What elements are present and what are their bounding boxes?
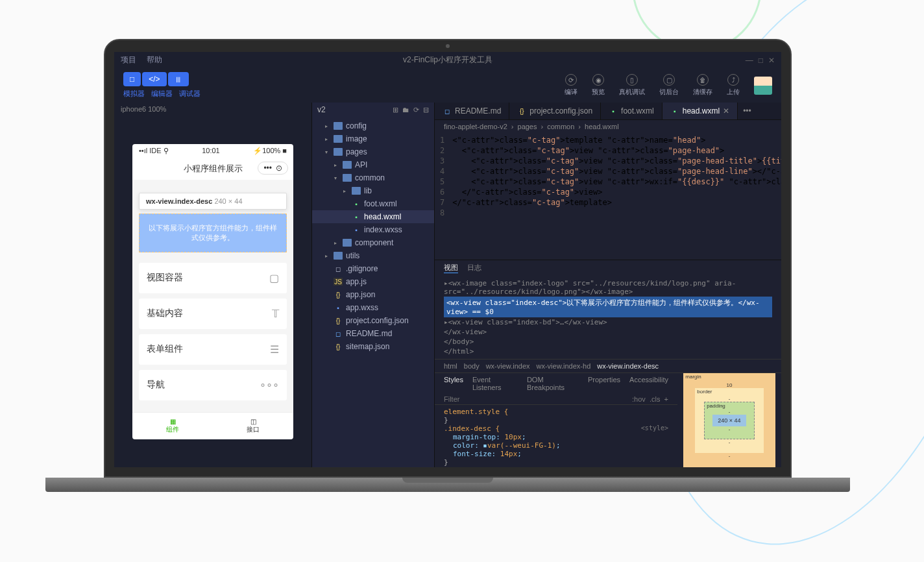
file-icon: ◻ xyxy=(334,265,343,273)
breadcrumb[interactable]: fino-applet-demo-v2›pages›common›head.wx… xyxy=(435,120,781,133)
list-item[interactable]: 视图容器▢ xyxy=(139,263,287,293)
tab-projectconfig[interactable]: {}project.config.json xyxy=(509,103,601,119)
tab-head[interactable]: ▪head.wxml✕ xyxy=(663,103,738,119)
list-item[interactable]: 导航∘∘∘ xyxy=(139,370,287,400)
tab-components[interactable]: ▦组件 xyxy=(132,413,213,439)
clear-cache-button[interactable]: 🗑清缓存 xyxy=(693,74,712,97)
elements-tree[interactable]: ▸<wx-image class="index-logo" src="../re… xyxy=(435,276,781,359)
tab-readme[interactable]: ◻README.md xyxy=(435,103,509,119)
selected-element[interactable]: <wx-view class="index-desc">以下将展示小程序官方组件… xyxy=(444,297,772,317)
tree-file-appwxss[interactable]: ▪app.wxss xyxy=(312,301,434,314)
menu-help[interactable]: 帮助 xyxy=(147,55,162,66)
phone-icon: ▯ xyxy=(626,74,638,86)
json-icon: {} xyxy=(334,317,343,324)
tree-file-projectconfig[interactable]: {}project.config.json xyxy=(312,314,434,327)
compile-button[interactable]: ⟳编译 xyxy=(565,74,578,97)
tree-folder-pages[interactable]: ▾pages xyxy=(312,145,434,158)
dom-breakpoints-tab[interactable]: DOM Breakpoints xyxy=(527,376,579,391)
menu-project[interactable]: 项目 xyxy=(121,55,136,66)
upload-button[interactable]: ⤴上传 xyxy=(727,74,740,97)
element-breadcrumb[interactable]: htmlbodywx-view.indexwx-view.index-hdwx-… xyxy=(435,359,781,373)
project-root[interactable]: v2 xyxy=(317,105,326,114)
maximize-icon[interactable]: □ xyxy=(759,56,763,65)
minimize-icon[interactable]: — xyxy=(746,56,753,65)
tree-file-sitemap[interactable]: {}sitemap.json xyxy=(312,340,434,353)
line-gutter: 12345678 xyxy=(435,133,452,260)
remote-debug-button[interactable]: ▯真机调试 xyxy=(619,74,645,97)
js-icon: JS xyxy=(334,278,343,286)
tree-file-head[interactable]: ▪head.wxml xyxy=(312,210,434,223)
styles-filter-input[interactable] xyxy=(444,395,632,403)
upload-icon: ⤴ xyxy=(727,74,739,86)
new-file-icon[interactable]: ⊞ xyxy=(393,106,398,114)
capsule-close-icon[interactable]: ⊙ xyxy=(276,164,282,173)
trash-icon: 🗑 xyxy=(697,74,709,86)
refresh-icon[interactable]: ⟳ xyxy=(413,106,419,114)
tree-file-indexwxss[interactable]: ▪index.wxss xyxy=(312,223,434,236)
hov-toggle[interactable]: :hov xyxy=(632,395,646,403)
tree-folder-config[interactable]: ▸config xyxy=(312,119,434,132)
folder-icon xyxy=(352,187,361,195)
styles-tab[interactable]: Styles xyxy=(444,376,463,391)
window-title: v2-FinClip小程序开发工具 xyxy=(403,55,492,66)
tree-file-foot[interactable]: ▪foot.wxml xyxy=(312,197,434,210)
tree-file-appjs[interactable]: JSapp.js xyxy=(312,275,434,288)
tree-folder-common[interactable]: ▾common xyxy=(312,171,434,184)
close-tab-icon[interactable]: ✕ xyxy=(723,106,729,116)
json-icon: {} xyxy=(334,343,343,350)
accessibility-tab[interactable]: Accessibility xyxy=(629,376,668,391)
editor-toggle[interactable]: </> xyxy=(142,72,166,86)
add-rule-icon[interactable]: + xyxy=(664,395,668,403)
tree-file-gitignore[interactable]: ◻.gitignore xyxy=(312,262,434,275)
tree-file-appjson[interactable]: {}app.json xyxy=(312,288,434,301)
text-icon: 𝕋 xyxy=(272,308,279,320)
tree-folder-utils[interactable]: ▸utils xyxy=(312,249,434,262)
inspect-tooltip: wx-view.index-desc 240 × 44 xyxy=(139,193,287,210)
new-folder-icon[interactable]: 🖿 xyxy=(402,106,409,114)
tree-folder-lib[interactable]: ▸lib xyxy=(312,184,434,197)
background-button[interactable]: ▢切后台 xyxy=(659,74,679,97)
list-item[interactable]: 基础内容𝕋 xyxy=(139,299,287,329)
event-listeners-tab[interactable]: Event Listeners xyxy=(472,376,518,391)
folder-icon xyxy=(334,122,343,130)
status-battery: ⚡100% ■ xyxy=(253,147,287,155)
tree-file-readme[interactable]: ◻README.md xyxy=(312,327,434,340)
close-icon[interactable]: ✕ xyxy=(768,56,775,65)
tab-api[interactable]: ◫接口 xyxy=(213,413,293,439)
capsule-menu-icon[interactable]: ••• xyxy=(263,164,272,173)
md-icon: ◻ xyxy=(334,330,343,337)
folder-icon xyxy=(334,148,343,156)
wxss-icon: ▪ xyxy=(352,226,361,234)
cls-toggle[interactable]: .cls xyxy=(650,395,661,403)
device-info[interactable]: iphone6 100% xyxy=(114,103,311,116)
collapse-icon[interactable]: ⊟ xyxy=(423,106,429,114)
code-editor[interactable]: 12345678 <"c-attr">class="c-tag">templat… xyxy=(435,133,781,260)
wxml-icon: ▪ xyxy=(352,200,361,208)
json-icon: {} xyxy=(334,291,343,299)
css-rules[interactable]: element.style { } <style>.index-desc { m… xyxy=(435,405,677,467)
selected-element-highlight: 以下将展示小程序官方组件能力，组件样式仅供参考。 xyxy=(139,214,287,252)
tree-folder-image[interactable]: ▸image xyxy=(312,132,434,145)
tree-folder-api[interactable]: ▸API xyxy=(312,158,434,171)
more-tabs-icon[interactable]: ••• xyxy=(738,106,757,116)
menubar: 项目 帮助 v2-FinClip小程序开发工具 — □ ✕ xyxy=(114,52,781,68)
simulator-toggle[interactable]: □ xyxy=(123,72,141,86)
folder-icon xyxy=(334,135,343,143)
devtools-tab-view[interactable]: 视图 xyxy=(444,263,458,273)
devtools-tab-log[interactable]: 日志 xyxy=(467,263,481,273)
preview-button[interactable]: ◉预览 xyxy=(592,74,605,97)
list-item[interactable]: 表单组件☰ xyxy=(139,334,287,365)
wxml-icon: ▪ xyxy=(670,107,679,115)
json-icon: {} xyxy=(517,107,526,115)
debugger-label: 调试器 xyxy=(179,89,201,99)
debugger-toggle[interactable]: ⫼ xyxy=(168,72,189,86)
simulator-panel: iphone6 100% ••ıl IDE ⚲ 10:01 ⚡100% ■ 小程… xyxy=(114,103,311,467)
avatar[interactable] xyxy=(754,77,772,95)
folder-icon xyxy=(343,239,352,247)
md-icon: ◻ xyxy=(443,107,452,115)
tree-folder-component[interactable]: ▸component xyxy=(312,236,434,249)
nav-title: 小程序组件展示 xyxy=(184,164,243,173)
status-carrier: ••ıl IDE ⚲ xyxy=(139,147,169,155)
tab-foot[interactable]: ▪foot.wxml xyxy=(601,103,663,119)
properties-tab[interactable]: Properties xyxy=(588,376,620,391)
